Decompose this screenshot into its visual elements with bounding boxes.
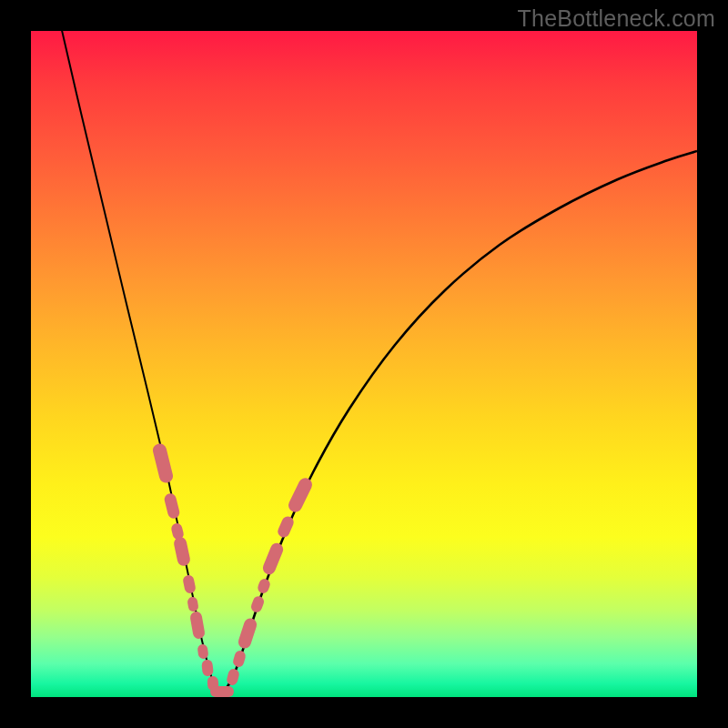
- curve-marker: [286, 476, 314, 515]
- curve-markers-group: [151, 442, 314, 697]
- curve-left-branch: [61, 31, 220, 693]
- curve-marker: [182, 574, 197, 594]
- curve-marker: [210, 686, 234, 697]
- curve-marker: [187, 596, 199, 612]
- curve-right-branch: [220, 151, 697, 693]
- curve-marker: [189, 611, 206, 640]
- curve-marker: [261, 541, 285, 577]
- bottleneck-curve-plot: [31, 31, 697, 697]
- curve-marker: [163, 492, 180, 520]
- curve-marker: [197, 643, 208, 659]
- curve-marker: [173, 536, 191, 567]
- curve-marker: [151, 442, 174, 484]
- curve-marker: [237, 617, 258, 651]
- plot-frame: [31, 31, 697, 697]
- watermark-text: TheBottleneck.com: [518, 5, 715, 32]
- curve-marker: [201, 659, 214, 676]
- curve-marker: [257, 577, 272, 594]
- curve-marker: [249, 594, 265, 613]
- curve-marker: [226, 668, 240, 686]
- curve-marker: [232, 650, 247, 669]
